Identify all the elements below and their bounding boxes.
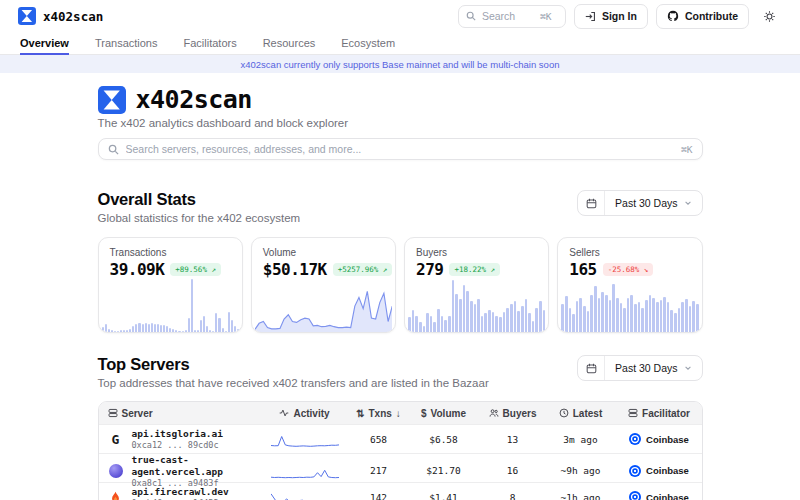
- server-address[interactable]: 0xca12 ... 89cd0c: [132, 440, 224, 450]
- server-favicon-itsgloria: G: [108, 431, 124, 447]
- sign-in-label: Sign In: [602, 10, 637, 22]
- facilitator-name: Coinbase: [646, 465, 689, 476]
- coinbase-icon: [629, 491, 641, 500]
- brand-name: x402scan: [43, 9, 103, 24]
- calendar-icon[interactable]: [578, 356, 605, 380]
- col-header-facilitator[interactable]: Facilitator: [617, 408, 702, 419]
- header-search-input[interactable]: [482, 10, 534, 22]
- coinbase-icon: [629, 465, 641, 477]
- stat-change-badge: +5257.96% ↗: [333, 263, 393, 276]
- overall-stats-header: Overall Stats Global statistics for the …: [98, 190, 703, 224]
- latest-value: ~9h ago: [545, 465, 617, 476]
- server-favicon-truecast: [108, 463, 124, 479]
- txns-value: 217: [351, 465, 407, 476]
- tab-ecosystem[interactable]: Ecosystem: [341, 32, 395, 54]
- server-name[interactable]: api.itsgloria.ai: [132, 428, 224, 440]
- x402scan-hero-logo-icon: [98, 86, 126, 114]
- stat-label: Sellers: [558, 247, 701, 258]
- txns-value: 658: [351, 434, 407, 445]
- col-header-txns[interactable]: ⇅ Txns ↓: [351, 408, 407, 419]
- trend-up-icon: ↗: [383, 265, 388, 274]
- search-icon: [108, 144, 119, 155]
- main-search[interactable]: ⌘K: [98, 138, 703, 160]
- announcement-banner: x402scan currently only supports Base ma…: [0, 55, 800, 73]
- coinbase-icon: [629, 433, 641, 445]
- tab-resources[interactable]: Resources: [263, 32, 316, 54]
- users-icon: [489, 408, 499, 418]
- tab-facilitators[interactable]: Facilitators: [183, 32, 236, 54]
- x402scan-logo-icon: [18, 7, 36, 25]
- trend-up-icon: ↗: [211, 265, 216, 274]
- stat-cards: Transactions 39.09K +89.56% ↗ Volume $50…: [98, 237, 703, 333]
- sun-icon: [763, 10, 776, 23]
- activity-pulse-icon: [279, 408, 289, 418]
- buyers-value: 13: [481, 434, 545, 445]
- buyers-value: 8: [481, 492, 545, 500]
- servers-period-label: Past 30 Days: [615, 362, 677, 374]
- chevron-down-icon: [684, 197, 692, 209]
- trend-up-icon: ↗: [491, 265, 496, 274]
- txns-value: 142: [351, 492, 407, 500]
- facilitator-badge[interactable]: Coinbase: [617, 433, 702, 445]
- theme-toggle-button[interactable]: [757, 4, 782, 29]
- stats-period-dropdown[interactable]: Past 30 Days: [605, 197, 701, 209]
- header-search-shortcut: ⌘K: [540, 11, 551, 22]
- servers-period-dropdown[interactable]: Past 30 Days: [605, 362, 701, 374]
- stats-period-label: Past 30 Days: [615, 197, 677, 209]
- sort-arrows-icon: ⇅: [356, 408, 364, 419]
- primary-nav: Overview Transactions Facilitators Resou…: [0, 32, 800, 55]
- clock-icon: [559, 408, 569, 418]
- buyers-value: 16: [481, 465, 545, 476]
- page-subtitle: The x402 analytics dashboard and block e…: [98, 117, 703, 129]
- server-name[interactable]: true-cast-agent.vercel.app: [132, 454, 259, 478]
- table-row[interactable]: true-cast-agent.vercel.app 0xa8c1 ... a9…: [99, 453, 702, 482]
- tab-transactions[interactable]: Transactions: [95, 32, 158, 54]
- stat-card-transactions: Transactions 39.09K +89.56% ↗: [98, 237, 243, 333]
- servers-date-range-picker[interactable]: Past 30 Days: [577, 355, 702, 381]
- col-header-buyers[interactable]: Buyers: [481, 408, 545, 419]
- stats-date-range-picker[interactable]: Past 30 Days: [577, 190, 702, 216]
- col-header-latest[interactable]: Latest: [545, 408, 617, 419]
- hero-section: x402scan The x402 analytics dashboard an…: [98, 73, 703, 160]
- table-row[interactable]: G api.itsgloria.ai 0xca12 ... 89cd0c 658…: [99, 424, 702, 453]
- top-servers-subtitle: Top addresses that have received x402 tr…: [98, 377, 489, 389]
- facilitator-name: Coinbase: [646, 492, 689, 500]
- header-search[interactable]: ⌘K: [458, 5, 566, 28]
- main-search-input[interactable]: [126, 143, 675, 155]
- brand[interactable]: x402scan: [18, 7, 103, 25]
- stat-label: Transactions: [99, 247, 242, 258]
- server-rack-icon: [628, 408, 638, 418]
- sign-in-button[interactable]: Sign In: [574, 4, 648, 29]
- top-servers-title: Top Servers: [98, 355, 489, 374]
- calendar-icon[interactable]: [578, 191, 605, 215]
- contribute-button[interactable]: Contribute: [656, 4, 749, 29]
- stat-card-sellers: Sellers 165 -25.68% ↘: [557, 237, 702, 333]
- stat-change-badge: +18.22% ↗: [449, 263, 500, 276]
- stat-change-badge: +89.56% ↗: [170, 263, 221, 276]
- server-name[interactable]: api.firecrawl.dev: [132, 486, 229, 498]
- transactions-sparkline-chart: [99, 279, 242, 332]
- main-search-shortcut: ⌘K: [681, 144, 692, 155]
- stat-change-badge: -25.68% ↘: [603, 263, 654, 276]
- stat-value: $50.17K: [263, 260, 327, 279]
- stat-card-volume: Volume $50.17K +5257.96% ↗: [251, 237, 396, 333]
- activity-sparkline: [271, 488, 339, 500]
- buyers-sparkline-chart: [405, 279, 548, 332]
- tab-overview[interactable]: Overview: [20, 32, 69, 54]
- table-header-row: Server Activity ⇅ Txns ↓ $ Volume: [99, 402, 702, 424]
- col-header-server[interactable]: Server: [99, 408, 259, 419]
- facilitator-badge[interactable]: Coinbase: [617, 465, 702, 477]
- github-icon: [667, 10, 679, 22]
- announcement-text: x402scan currently only supports Base ma…: [241, 59, 560, 70]
- stat-card-buyers: Buyers 279 +18.22% ↗: [404, 237, 549, 333]
- top-servers-table: Server Activity ⇅ Txns ↓ $ Volume: [98, 401, 703, 500]
- latest-value: 3m ago: [545, 434, 617, 445]
- stat-value: 165: [569, 260, 596, 279]
- col-header-activity[interactable]: Activity: [259, 408, 351, 419]
- contribute-label: Contribute: [685, 10, 738, 22]
- facilitator-badge[interactable]: Coinbase: [617, 491, 702, 500]
- col-header-volume[interactable]: $ Volume: [407, 408, 481, 419]
- trend-down-icon: ↘: [644, 265, 649, 274]
- top-bar: x402scan ⌘K Sign In Contribute: [0, 0, 800, 32]
- volume-sparkline-chart: [252, 286, 395, 332]
